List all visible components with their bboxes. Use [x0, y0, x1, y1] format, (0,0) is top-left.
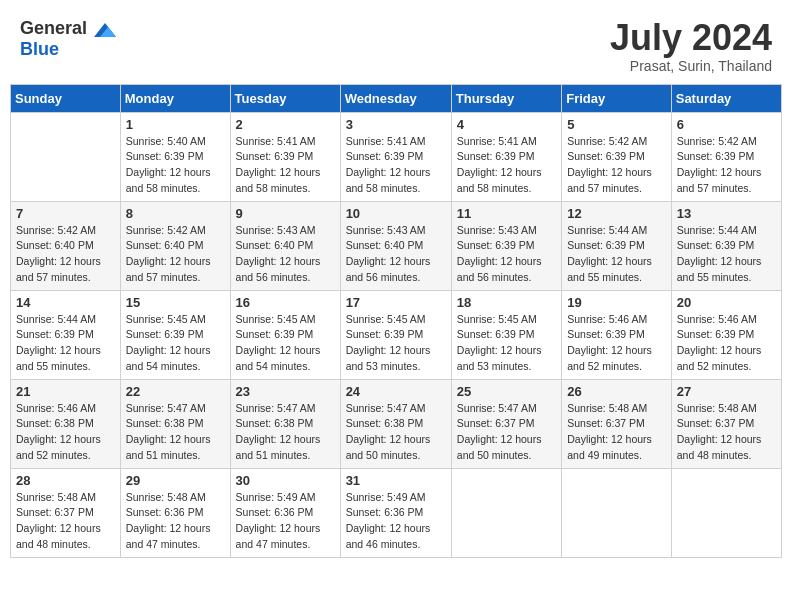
- day-number: 31: [346, 473, 446, 488]
- calendar-cell: 28Sunrise: 5:48 AM Sunset: 6:37 PM Dayli…: [11, 468, 121, 557]
- day-number: 13: [677, 206, 776, 221]
- day-number: 7: [16, 206, 115, 221]
- calendar-cell: 25Sunrise: 5:47 AM Sunset: 6:37 PM Dayli…: [451, 379, 561, 468]
- day-info: Sunrise: 5:49 AM Sunset: 6:36 PM Dayligh…: [236, 490, 335, 553]
- day-number: 25: [457, 384, 556, 399]
- calendar-cell: [671, 468, 781, 557]
- day-number: 1: [126, 117, 225, 132]
- calendar-cell: 6Sunrise: 5:42 AM Sunset: 6:39 PM Daylig…: [671, 112, 781, 201]
- day-info: Sunrise: 5:48 AM Sunset: 6:37 PM Dayligh…: [16, 490, 115, 553]
- day-number: 28: [16, 473, 115, 488]
- weekday-header: Monday: [120, 84, 230, 112]
- calendar-cell: 4Sunrise: 5:41 AM Sunset: 6:39 PM Daylig…: [451, 112, 561, 201]
- day-info: Sunrise: 5:47 AM Sunset: 6:37 PM Dayligh…: [457, 401, 556, 464]
- calendar-cell: 31Sunrise: 5:49 AM Sunset: 6:36 PM Dayli…: [340, 468, 451, 557]
- weekday-header: Sunday: [11, 84, 121, 112]
- weekday-header: Tuesday: [230, 84, 340, 112]
- day-info: Sunrise: 5:41 AM Sunset: 6:39 PM Dayligh…: [346, 134, 446, 197]
- day-info: Sunrise: 5:45 AM Sunset: 6:39 PM Dayligh…: [126, 312, 225, 375]
- logo-icon: [94, 23, 116, 37]
- day-info: Sunrise: 5:45 AM Sunset: 6:39 PM Dayligh…: [236, 312, 335, 375]
- day-info: Sunrise: 5:40 AM Sunset: 6:39 PM Dayligh…: [126, 134, 225, 197]
- day-info: Sunrise: 5:44 AM Sunset: 6:39 PM Dayligh…: [677, 223, 776, 286]
- calendar-week-row: 21Sunrise: 5:46 AM Sunset: 6:38 PM Dayli…: [11, 379, 782, 468]
- day-number: 8: [126, 206, 225, 221]
- page-header: General Blue July 2024 Prasat, Surin, Th…: [10, 10, 782, 78]
- day-number: 21: [16, 384, 115, 399]
- day-info: Sunrise: 5:45 AM Sunset: 6:39 PM Dayligh…: [346, 312, 446, 375]
- day-number: 5: [567, 117, 666, 132]
- day-info: Sunrise: 5:48 AM Sunset: 6:37 PM Dayligh…: [567, 401, 666, 464]
- calendar-week-row: 14Sunrise: 5:44 AM Sunset: 6:39 PM Dayli…: [11, 290, 782, 379]
- calendar-cell: 8Sunrise: 5:42 AM Sunset: 6:40 PM Daylig…: [120, 201, 230, 290]
- calendar-cell: 1Sunrise: 5:40 AM Sunset: 6:39 PM Daylig…: [120, 112, 230, 201]
- calendar-cell: 11Sunrise: 5:43 AM Sunset: 6:39 PM Dayli…: [451, 201, 561, 290]
- day-info: Sunrise: 5:43 AM Sunset: 6:40 PM Dayligh…: [236, 223, 335, 286]
- calendar-cell: 20Sunrise: 5:46 AM Sunset: 6:39 PM Dayli…: [671, 290, 781, 379]
- calendar-cell: 16Sunrise: 5:45 AM Sunset: 6:39 PM Dayli…: [230, 290, 340, 379]
- day-number: 10: [346, 206, 446, 221]
- day-info: Sunrise: 5:41 AM Sunset: 6:39 PM Dayligh…: [236, 134, 335, 197]
- logo-text-blue: Blue: [20, 39, 59, 59]
- day-number: 11: [457, 206, 556, 221]
- calendar-cell: 10Sunrise: 5:43 AM Sunset: 6:40 PM Dayli…: [340, 201, 451, 290]
- calendar-table: SundayMondayTuesdayWednesdayThursdayFrid…: [10, 84, 782, 558]
- calendar-week-row: 28Sunrise: 5:48 AM Sunset: 6:37 PM Dayli…: [11, 468, 782, 557]
- day-number: 23: [236, 384, 335, 399]
- calendar-cell: 22Sunrise: 5:47 AM Sunset: 6:38 PM Dayli…: [120, 379, 230, 468]
- day-number: 4: [457, 117, 556, 132]
- calendar-cell: 18Sunrise: 5:45 AM Sunset: 6:39 PM Dayli…: [451, 290, 561, 379]
- day-number: 19: [567, 295, 666, 310]
- day-info: Sunrise: 5:42 AM Sunset: 6:39 PM Dayligh…: [677, 134, 776, 197]
- day-number: 24: [346, 384, 446, 399]
- day-number: 2: [236, 117, 335, 132]
- calendar-cell: 2Sunrise: 5:41 AM Sunset: 6:39 PM Daylig…: [230, 112, 340, 201]
- day-info: Sunrise: 5:42 AM Sunset: 6:40 PM Dayligh…: [16, 223, 115, 286]
- day-number: 16: [236, 295, 335, 310]
- day-number: 17: [346, 295, 446, 310]
- day-info: Sunrise: 5:47 AM Sunset: 6:38 PM Dayligh…: [126, 401, 225, 464]
- calendar-cell: 19Sunrise: 5:46 AM Sunset: 6:39 PM Dayli…: [562, 290, 672, 379]
- calendar-cell: 5Sunrise: 5:42 AM Sunset: 6:39 PM Daylig…: [562, 112, 672, 201]
- day-info: Sunrise: 5:45 AM Sunset: 6:39 PM Dayligh…: [457, 312, 556, 375]
- calendar-cell: 3Sunrise: 5:41 AM Sunset: 6:39 PM Daylig…: [340, 112, 451, 201]
- calendar-cell: [562, 468, 672, 557]
- calendar-cell: 7Sunrise: 5:42 AM Sunset: 6:40 PM Daylig…: [11, 201, 121, 290]
- day-info: Sunrise: 5:47 AM Sunset: 6:38 PM Dayligh…: [236, 401, 335, 464]
- day-info: Sunrise: 5:49 AM Sunset: 6:36 PM Dayligh…: [346, 490, 446, 553]
- calendar-cell: 13Sunrise: 5:44 AM Sunset: 6:39 PM Dayli…: [671, 201, 781, 290]
- day-number: 15: [126, 295, 225, 310]
- day-info: Sunrise: 5:43 AM Sunset: 6:39 PM Dayligh…: [457, 223, 556, 286]
- calendar-cell: 15Sunrise: 5:45 AM Sunset: 6:39 PM Dayli…: [120, 290, 230, 379]
- day-number: 3: [346, 117, 446, 132]
- logo-block: General Blue: [20, 18, 118, 60]
- calendar-cell: 27Sunrise: 5:48 AM Sunset: 6:37 PM Dayli…: [671, 379, 781, 468]
- calendar-cell: 12Sunrise: 5:44 AM Sunset: 6:39 PM Dayli…: [562, 201, 672, 290]
- day-info: Sunrise: 5:46 AM Sunset: 6:39 PM Dayligh…: [567, 312, 666, 375]
- calendar-week-row: 7Sunrise: 5:42 AM Sunset: 6:40 PM Daylig…: [11, 201, 782, 290]
- day-info: Sunrise: 5:46 AM Sunset: 6:39 PM Dayligh…: [677, 312, 776, 375]
- day-info: Sunrise: 5:44 AM Sunset: 6:39 PM Dayligh…: [16, 312, 115, 375]
- calendar-cell: 9Sunrise: 5:43 AM Sunset: 6:40 PM Daylig…: [230, 201, 340, 290]
- logo-text-general: General: [20, 18, 87, 38]
- weekday-header: Wednesday: [340, 84, 451, 112]
- day-number: 22: [126, 384, 225, 399]
- day-number: 20: [677, 295, 776, 310]
- day-info: Sunrise: 5:48 AM Sunset: 6:37 PM Dayligh…: [677, 401, 776, 464]
- day-info: Sunrise: 5:47 AM Sunset: 6:38 PM Dayligh…: [346, 401, 446, 464]
- day-info: Sunrise: 5:48 AM Sunset: 6:36 PM Dayligh…: [126, 490, 225, 553]
- calendar-cell: 21Sunrise: 5:46 AM Sunset: 6:38 PM Dayli…: [11, 379, 121, 468]
- day-number: 26: [567, 384, 666, 399]
- day-number: 27: [677, 384, 776, 399]
- calendar-cell: 29Sunrise: 5:48 AM Sunset: 6:36 PM Dayli…: [120, 468, 230, 557]
- day-number: 30: [236, 473, 335, 488]
- calendar-cell: [451, 468, 561, 557]
- logo: General Blue: [20, 18, 118, 60]
- weekday-header: Friday: [562, 84, 672, 112]
- day-number: 6: [677, 117, 776, 132]
- calendar-week-row: 1Sunrise: 5:40 AM Sunset: 6:39 PM Daylig…: [11, 112, 782, 201]
- location: Prasat, Surin, Thailand: [610, 58, 772, 74]
- day-info: Sunrise: 5:44 AM Sunset: 6:39 PM Dayligh…: [567, 223, 666, 286]
- day-info: Sunrise: 5:46 AM Sunset: 6:38 PM Dayligh…: [16, 401, 115, 464]
- calendar-cell: 30Sunrise: 5:49 AM Sunset: 6:36 PM Dayli…: [230, 468, 340, 557]
